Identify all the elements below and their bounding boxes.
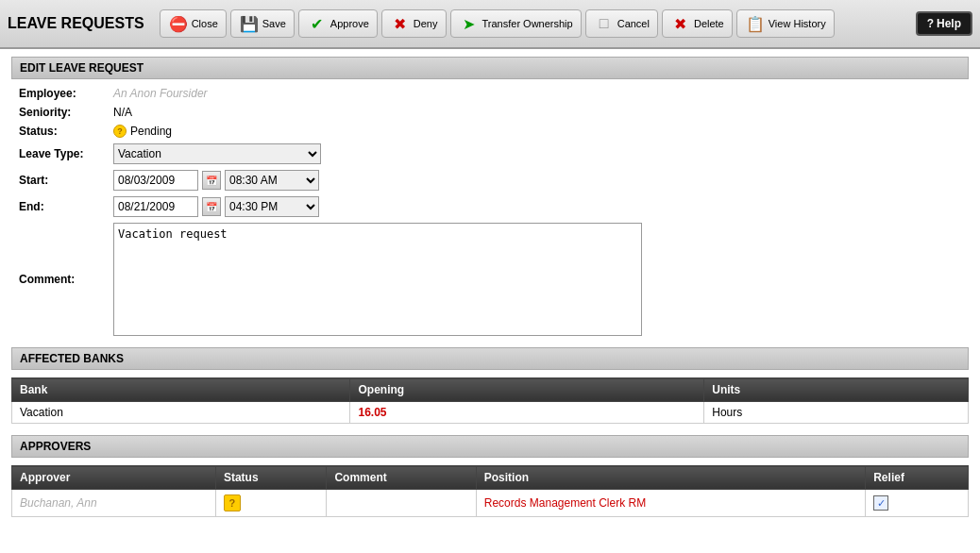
save-label: Save — [262, 18, 286, 29]
header: LEAVE REQUESTS ⛔ Close 💾 Save ✔ Approve … — [0, 0, 980, 49]
cancel-label: Cancel — [617, 18, 650, 29]
start-date-input[interactable] — [113, 170, 198, 191]
end-label: End: — [19, 200, 113, 213]
position-link[interactable]: Records Management Clerk RM — [484, 496, 646, 510]
end-date-input[interactable] — [113, 196, 198, 217]
toolbar: ⛔ Close 💾 Save ✔ Approve ✖ Deny ➤ Transf… — [160, 9, 916, 38]
bank-col-header: Bank — [12, 378, 350, 402]
cancel-button[interactable]: □ Cancel — [585, 9, 658, 38]
approver-status-icon: ? — [224, 494, 241, 511]
start-label: Start: — [19, 174, 113, 187]
page-title: LEAVE REQUESTS — [8, 15, 144, 32]
delete-button[interactable]: ✖ Delete — [662, 9, 733, 38]
start-time-select[interactable]: 08:30 AM 09:00 AM 09:30 AM — [225, 170, 319, 191]
cancel-icon: □ — [594, 13, 615, 34]
employee-value: An Anon Foursider — [113, 87, 208, 100]
approvers-section: APPROVERS Approver Status Comment Positi… — [11, 435, 969, 517]
approver-name: Buchanan, Ann — [20, 496, 97, 510]
leave-type-label: Leave Type: — [19, 147, 113, 160]
seniority-label: Seniority: — [19, 106, 113, 119]
opening-col-header: Opening — [350, 378, 704, 402]
deny-label: Deny — [414, 18, 438, 29]
approve-icon: ✔ — [307, 13, 328, 34]
delete-label: Delete — [694, 18, 724, 29]
content-area: EDIT LEAVE REQUEST Employee: An Anon Fou… — [0, 49, 980, 553]
status-label: Status: — [19, 125, 113, 138]
help-icon: ? — [927, 17, 934, 30]
opening-cell: 16.05 — [350, 402, 704, 424]
approver-relief-cell: ✓ — [866, 490, 969, 517]
view-history-button[interactable]: 📋 View History — [736, 9, 835, 38]
banks-table-header: Bank Opening Units — [12, 378, 969, 402]
start-calendar-button[interactable]: 📅 — [202, 171, 221, 190]
approver-status-cell: ? — [215, 490, 327, 517]
approver-col-header: Approver — [12, 466, 216, 490]
help-button[interactable]: ? Help — [916, 11, 972, 36]
end-time-select[interactable]: 04:30 PM 05:00 PM — [225, 196, 319, 217]
relief-checkbox[interactable]: ✓ — [873, 495, 888, 511]
approve-button[interactable]: ✔ Approve — [298, 9, 378, 38]
approver-name-cell: Buchanan, Ann — [12, 490, 216, 517]
leave-type-row: Leave Type: Vacation Sick Personal FMLA — [11, 143, 969, 164]
approver-comment-cell — [327, 490, 476, 517]
banks-table-body: Vacation 16.05 Hours — [12, 402, 969, 424]
history-icon: 📋 — [745, 13, 766, 34]
edit-leave-request-section: EDIT LEAVE REQUEST Employee: An Anon Fou… — [11, 57, 969, 336]
status-row: Status: ? Pending — [11, 125, 969, 138]
save-button[interactable]: 💾 Save — [230, 9, 295, 38]
banks-table: Bank Opening Units Vacation 16.05 Hours — [11, 377, 969, 424]
employee-row: Employee: An Anon Foursider — [11, 87, 969, 100]
help-label: Help — [937, 17, 961, 30]
comment-label: Comment: — [19, 273, 113, 286]
position-col-header: Position — [476, 466, 865, 490]
transfer-label: Transfer Ownership — [482, 18, 573, 29]
delete-icon: ✖ — [670, 13, 691, 34]
comment-col-header: Comment — [327, 466, 476, 490]
comment-textarea[interactable]: Vacation request — [113, 223, 642, 336]
approvers-table-header: Approver Status Comment Position Relief — [12, 466, 969, 490]
start-row: Start: 📅 08:30 AM 09:00 AM 09:30 AM — [11, 170, 969, 191]
approver-position-cell: Records Management Clerk RM — [476, 490, 865, 517]
deny-icon: ✖ — [390, 13, 411, 34]
status-col-header: Status — [215, 466, 327, 490]
seniority-value: N/A — [113, 106, 132, 119]
units-col-header: Units — [704, 378, 969, 402]
close-icon: ⛔ — [168, 13, 189, 34]
comment-row: Comment: Vacation request — [11, 223, 969, 336]
pending-icon: ? — [113, 125, 127, 138]
approve-label: Approve — [330, 18, 369, 29]
status-value: ? Pending — [113, 125, 172, 138]
affected-banks-section: AFFECTED BANKS Bank Opening Units Vacati… — [11, 347, 969, 424]
banks-section-header: AFFECTED BANKS — [11, 347, 969, 370]
employee-label: Employee: — [19, 87, 113, 100]
save-icon: 💾 — [239, 13, 260, 34]
approvers-table-body: Buchanan, Ann ? Records Management Clerk… — [12, 490, 969, 517]
history-label: View History — [769, 18, 826, 29]
deny-button[interactable]: ✖ Deny — [381, 9, 447, 38]
transfer-ownership-button[interactable]: ➤ Transfer Ownership — [450, 9, 582, 38]
end-calendar-button[interactable]: 📅 — [202, 197, 221, 216]
leave-type-select[interactable]: Vacation Sick Personal FMLA — [113, 143, 321, 164]
seniority-row: Seniority: N/A — [11, 106, 969, 119]
bank-cell: Vacation — [12, 402, 350, 424]
status-text: Pending — [130, 125, 172, 138]
transfer-icon: ➤ — [459, 13, 480, 34]
start-date-group: 📅 08:30 AM 09:00 AM 09:30 AM — [113, 170, 319, 191]
relief-col-header: Relief — [866, 466, 969, 490]
table-row: Vacation 16.05 Hours — [12, 402, 969, 424]
approvers-section-header: APPROVERS — [11, 435, 969, 458]
close-button[interactable]: ⛔ Close — [160, 9, 227, 38]
end-date-group: 📅 04:30 PM 05:00 PM — [113, 196, 319, 217]
close-label: Close — [192, 18, 218, 29]
units-cell: Hours — [704, 402, 969, 424]
table-row: Buchanan, Ann ? Records Management Clerk… — [12, 490, 969, 517]
end-row: End: 📅 04:30 PM 05:00 PM — [11, 196, 969, 217]
edit-section-header: EDIT LEAVE REQUEST — [11, 57, 969, 79]
approvers-table: Approver Status Comment Position Relief … — [11, 465, 969, 517]
